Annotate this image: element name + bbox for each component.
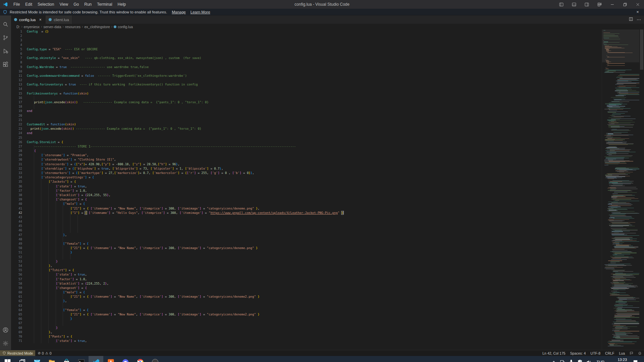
- code-line[interactable]: 25: [11, 136, 644, 140]
- menu-view[interactable]: View: [57, 0, 71, 9]
- editor-scrollbar[interactable]: [639, 29, 644, 350]
- problems-status[interactable]: ⊘ 0 ⚠ 0: [35, 350, 54, 356]
- code-line[interactable]: 27----------------------- STORE 1-------…: [11, 144, 644, 149]
- code-line[interactable]: 51}: [11, 250, 644, 255]
- extensions-icon[interactable]: [0, 58, 11, 71]
- breadcrumb-item-enyeniesx[interactable]: enyeniesx: [23, 25, 40, 29]
- code-line[interactable]: 8: [11, 60, 644, 65]
- code-line[interactable]: 14: [11, 87, 644, 91]
- code-line[interactable]: 18: [11, 105, 644, 109]
- code-line[interactable]: 67: [11, 321, 644, 325]
- run-and-debug-icon[interactable]: [0, 44, 11, 58]
- code-line[interactable]: 63: [11, 304, 644, 308]
- status-ln-42--col-175[interactable]: Ln 42, Col 175: [540, 350, 568, 356]
- breadcrumb-item-exclothingstore[interactable]: ex_clothingstore: [84, 25, 110, 29]
- code-line[interactable]: 32['storeblips'] = {['blipshow'] = true,…: [11, 167, 644, 171]
- status-utf-8[interactable]: UTF-8: [588, 350, 603, 356]
- customize-layout-icon[interactable]: [593, 0, 606, 9]
- status-spaces--4[interactable]: Spaces: 4: [568, 350, 588, 356]
- file-explorer-app[interactable]: [44, 356, 59, 362]
- code-line[interactable]: 44: [11, 220, 644, 224]
- menu-go[interactable]: Go: [71, 0, 82, 9]
- code-line[interactable]: 34['storecategorysettings'] = {: [11, 175, 644, 180]
- code-line[interactable]: 29['storename'] = "Premium",: [11, 153, 644, 158]
- code-line[interactable]: 48: [11, 237, 644, 242]
- banner-close-icon[interactable]: ×: [635, 9, 641, 14]
- code-line[interactable]: 12: [11, 78, 644, 82]
- code-line[interactable]: 57['factor'] = 1.0,: [11, 277, 644, 282]
- breadcrumb-item-resources[interactable]: resources: [64, 25, 81, 29]
- breadcrumb-item-D[interactable]: D:: [16, 25, 21, 29]
- start-button[interactable]: [0, 356, 15, 362]
- code-line[interactable]: 56['state'] = true,: [11, 273, 644, 277]
- code-line[interactable]: 35["Jackets"] = {: [11, 180, 644, 184]
- code-line[interactable]: 6: [11, 52, 644, 56]
- code-line[interactable]: 19end: [11, 109, 644, 113]
- close-window-button[interactable]: [631, 0, 644, 9]
- network-tray-icon[interactable]: [558, 356, 567, 362]
- minimize-button[interactable]: [606, 0, 619, 9]
- microphone-tray-icon[interactable]: [567, 356, 576, 362]
- split-editor-icon[interactable]: [629, 17, 633, 23]
- code-line[interactable]: 15Forlikeinventorys = function(skin): [11, 92, 644, 96]
- code-line[interactable]: 20: [11, 114, 644, 118]
- tab-close-icon[interactable]: ×: [38, 17, 42, 22]
- obs-studio-app[interactable]: [148, 356, 162, 362]
- manage-link[interactable]: Manage: [172, 10, 186, 14]
- code-line[interactable]: 68}: [11, 326, 644, 330]
- code-line[interactable]: 38['blacklist'] = {224,255, 55},: [11, 193, 644, 197]
- toggle-sidebar-icon[interactable]: [555, 0, 568, 9]
- menu-selection[interactable]: Selection: [35, 0, 57, 9]
- code-line[interactable]: 23print(json.encode(skin)) -------------…: [11, 127, 644, 131]
- code-line[interactable]: 42["1"] = { ['itemname'] = "Hello Guys",…: [11, 211, 644, 215]
- microsoft-store-app[interactable]: [59, 356, 74, 362]
- code-line[interactable]: 54},: [11, 264, 644, 268]
- code-line[interactable]: 47},: [11, 233, 644, 237]
- code-line[interactable]: 66}: [11, 317, 644, 321]
- code-line[interactable]: 22Customedit = function(skin): [11, 122, 644, 127]
- code-line[interactable]: 49["female"] = {: [11, 242, 644, 246]
- code-line[interactable]: 69},: [11, 330, 644, 335]
- defender-shield-tray-icon[interactable]: [576, 356, 584, 362]
- code-line[interactable]: 65["21"] = { ['itemname'] = "New Name", …: [11, 312, 644, 317]
- code-line[interactable]: 37['factor'] = 1.0,: [11, 189, 644, 193]
- code-line[interactable]: 9Config.Wardrobe = true ----------------…: [11, 65, 644, 69]
- task-view-button[interactable]: [15, 356, 30, 362]
- breadcrumb-item-serverdata[interactable]: server-data: [43, 25, 62, 29]
- code-line[interactable]: 53}: [11, 259, 644, 264]
- fivem-app[interactable]: [103, 356, 118, 362]
- code-line[interactable]: 7Config.skinstyle = "esx_skin" ---- qb-c…: [11, 56, 644, 60]
- status-crlf[interactable]: CRLF: [603, 350, 616, 356]
- chevron-up-tray-icon[interactable]: [549, 356, 558, 362]
- code-line[interactable]: 61["21"] = { ['itemname'] = "New Name", …: [11, 295, 644, 299]
- code-editor[interactable]: 1Config = {}2345Config.type = "ESX" ----…: [11, 29, 644, 350]
- search-icon[interactable]: [0, 17, 11, 31]
- code-line[interactable]: 3: [11, 38, 644, 43]
- menu-run[interactable]: Run: [82, 0, 94, 9]
- code-line[interactable]: 52: [11, 255, 644, 259]
- minimap-viewport[interactable]: [602, 29, 639, 62]
- code-line[interactable]: 10: [11, 69, 644, 74]
- code-line[interactable]: 40["male"] = {: [11, 202, 644, 206]
- speaker-tray-icon[interactable]: [584, 356, 593, 362]
- code-line[interactable]: 1Config = {}: [11, 29, 644, 34]
- tab-client.lua[interactable]: client.lua: [46, 15, 72, 24]
- code-line[interactable]: 2: [11, 34, 644, 38]
- menu-terminal[interactable]: Terminal: [94, 0, 115, 9]
- code-line[interactable]: 16: [11, 96, 644, 100]
- code-line[interactable]: 45: [11, 224, 644, 228]
- code-line[interactable]: 71['state'] = true,: [11, 339, 644, 343]
- restore-button[interactable]: [619, 0, 631, 9]
- code-line[interactable]: 64["female"] = {: [11, 308, 644, 312]
- mail-app[interactable]: [30, 356, 44, 362]
- code-line[interactable]: 31['storecoords'] = {["x"]= 428.90,["y"]…: [11, 162, 644, 167]
- account-icon[interactable]: [0, 323, 11, 337]
- menu-edit[interactable]: Edit: [22, 0, 35, 9]
- status-lua[interactable]: Lua: [616, 350, 627, 356]
- tab-config.lua[interactable]: config.lua×: [11, 15, 46, 24]
- code-line[interactable]: 33['storemarkers'] = {['markertype'] = 2…: [11, 171, 644, 175]
- source-control-icon[interactable]: [0, 31, 11, 44]
- code-line[interactable]: 26Config.StoreList = {: [11, 140, 644, 144]
- settings-gear-icon[interactable]: [0, 337, 11, 350]
- code-line[interactable]: 41["21"] = { ['itemname'] = "New Name", …: [11, 206, 644, 211]
